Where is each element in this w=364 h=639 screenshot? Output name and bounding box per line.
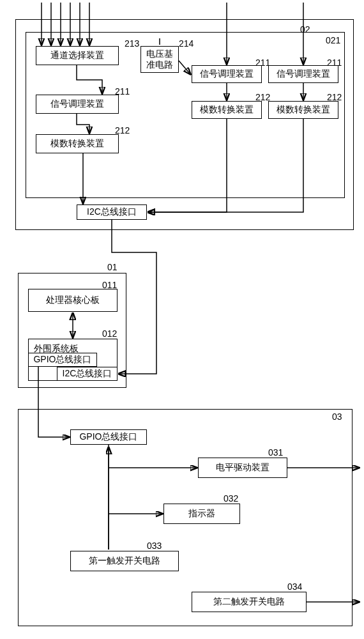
text-034: 第二触发开关电路	[213, 596, 285, 608]
text-03-gpio: GPIO总线接口	[79, 431, 137, 443]
box-034: 第二触发开关电路	[192, 592, 307, 612]
box-211c: 信号调理装置	[268, 65, 338, 83]
text-212a: 模数转换装置	[50, 138, 104, 150]
box-011: 处理器核心板	[28, 289, 118, 312]
text-211c: 信号调理装置	[277, 68, 330, 80]
box-212c: 模数转换装置	[268, 101, 338, 119]
text-214-l2: 准电路	[146, 59, 173, 70]
box-212a: 模数转换装置	[36, 134, 119, 153]
text-214-l1: 电压基	[146, 49, 173, 59]
text-211a: 信号调理装置	[50, 98, 104, 110]
box-213: 通道选择装置	[36, 46, 119, 65]
label-01: 01	[107, 262, 118, 272]
box-03-gpio: GPIO总线接口	[70, 429, 147, 445]
box-211b: 信号调理装置	[192, 65, 262, 83]
box-031: 电平驱动装置	[198, 458, 287, 478]
num-034: 034	[287, 581, 302, 592]
label-021: 021	[326, 35, 340, 45]
text-031: 电平驱动装置	[216, 462, 269, 473]
num-214: 214	[179, 38, 193, 49]
text-213: 通道选择装置	[50, 50, 104, 61]
box-033: 第一触发开关电路	[70, 551, 179, 571]
num-033: 033	[147, 541, 162, 551]
text-212c: 模数转换装置	[277, 104, 330, 116]
box-214: 电压基 准电路	[140, 46, 179, 73]
text-012-gpio: GPIO总线接口	[33, 354, 91, 366]
text-211b: 信号调理装置	[200, 68, 254, 80]
text-032: 指示器	[188, 508, 215, 520]
box-212b: 模数转换装置	[192, 101, 262, 119]
text-i2c-021: I2C总线接口	[87, 206, 137, 218]
box-211a: 信号调理装置	[36, 95, 119, 114]
num-032: 032	[224, 493, 238, 504]
num-012: 012	[102, 328, 117, 339]
num-213: 213	[125, 38, 139, 49]
box-032: 指示器	[163, 504, 240, 524]
box-i2c-021: I2C总线接口	[77, 204, 147, 220]
num-031: 031	[268, 447, 283, 458]
text-012-i2c: I2C总线接口	[63, 368, 112, 380]
box-012-i2c: I2C总线接口	[57, 367, 118, 381]
box-012-gpio: GPIO总线接口	[28, 353, 97, 367]
text-011: 处理器核心板	[46, 295, 100, 306]
text-212b: 模数转换装置	[200, 104, 254, 116]
text-033: 第一触发开关电路	[89, 555, 160, 567]
